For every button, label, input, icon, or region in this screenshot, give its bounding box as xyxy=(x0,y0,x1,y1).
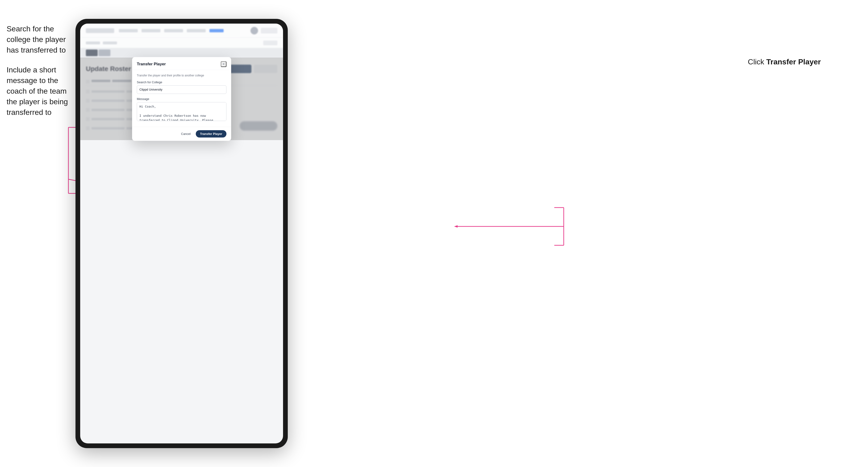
svg-marker-4 xyxy=(454,225,458,228)
nav-item-community xyxy=(119,29,138,32)
sub-nav-roster xyxy=(86,41,100,44)
transfer-player-button[interactable]: Transfer Player xyxy=(196,130,226,137)
filter-tabs xyxy=(80,48,283,58)
message-label: Message xyxy=(137,97,226,101)
nav-item-teams xyxy=(210,29,224,32)
modal-body: Transfer the player and their profile to… xyxy=(132,70,231,127)
modal-close-button[interactable]: × xyxy=(221,61,226,67)
main-content: Update Roster xyxy=(80,58,283,140)
annotation-text-2: Include a short message to the coach of … xyxy=(7,65,73,118)
nav-button xyxy=(261,28,277,33)
nav-items xyxy=(119,29,246,32)
sub-nav-invite xyxy=(103,41,117,44)
annotation-right-prefix: Click xyxy=(748,58,766,66)
nav-right xyxy=(250,27,277,34)
modal-title: Transfer Player xyxy=(137,62,166,66)
filter-tab-active xyxy=(99,50,111,56)
transfer-player-modal: Transfer Player × Transfer the player an… xyxy=(132,57,231,141)
annotation-right-bold: Transfer Player xyxy=(766,58,821,66)
sub-nav-right-btn xyxy=(263,40,277,45)
app-nav xyxy=(80,24,283,38)
search-college-label: Search for College xyxy=(137,81,226,84)
tablet-screen: Update Roster xyxy=(80,24,283,443)
filter-tab-all xyxy=(86,50,98,56)
sub-nav xyxy=(80,38,283,48)
right-annotation: Click Transfer Player xyxy=(748,57,821,67)
search-college-input[interactable] xyxy=(137,85,226,94)
modal-subtitle: Transfer the player and their profile to… xyxy=(137,74,226,77)
cancel-button[interactable]: Cancel xyxy=(178,131,193,137)
nav-avatar xyxy=(250,27,258,34)
modal-footer: Cancel Transfer Player xyxy=(132,127,231,141)
modal-header: Transfer Player × xyxy=(132,57,231,70)
nav-item-tools xyxy=(142,29,160,32)
annotation-text-1: Search for the college the player has tr… xyxy=(7,24,73,55)
nav-logo xyxy=(86,28,114,33)
nav-item-play xyxy=(187,29,206,32)
nav-item-statistics xyxy=(164,29,183,32)
modal-overlay: Transfer Player × Transfer the player an… xyxy=(80,58,283,140)
message-textarea[interactable]: Hi Coach, I understand Chris Robertson h… xyxy=(137,102,226,121)
left-annotations: Search for the college the player has tr… xyxy=(7,24,73,127)
tablet-device: Update Roster xyxy=(75,19,288,448)
